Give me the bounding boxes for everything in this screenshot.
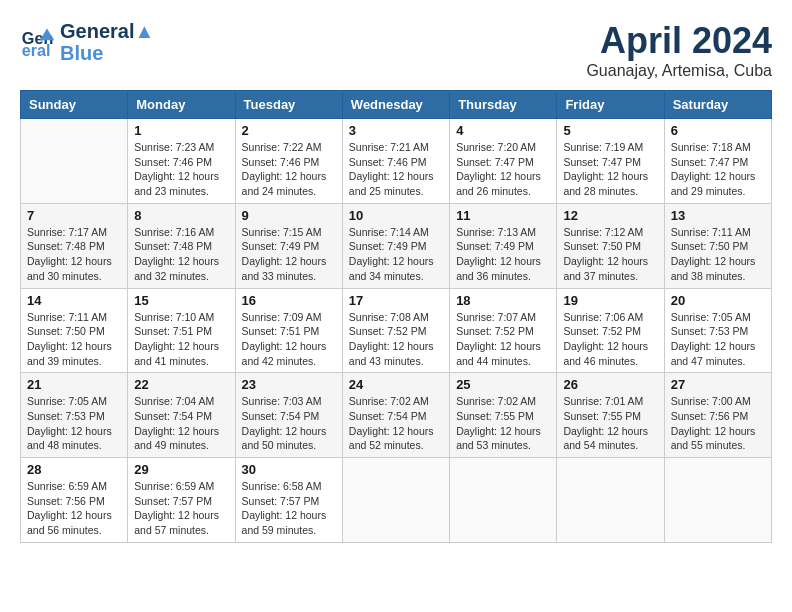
day-info: Sunrise: 6:59 AMSunset: 7:56 PMDaylight:…: [27, 479, 121, 538]
calendar-cell: 22Sunrise: 7:04 AMSunset: 7:54 PMDayligh…: [128, 373, 235, 458]
month-title: April 2024: [586, 20, 772, 62]
calendar-cell: 6Sunrise: 7:18 AMSunset: 7:47 PMDaylight…: [664, 119, 771, 204]
calendar-cell: [21, 119, 128, 204]
day-number: 24: [349, 377, 443, 392]
day-info: Sunrise: 7:04 AMSunset: 7:54 PMDaylight:…: [134, 394, 228, 453]
calendar-table: SundayMondayTuesdayWednesdayThursdayFrid…: [20, 90, 772, 543]
day-number: 30: [242, 462, 336, 477]
logo: Gen eral General▲ Blue: [20, 20, 154, 64]
calendar-cell: 24Sunrise: 7:02 AMSunset: 7:54 PMDayligh…: [342, 373, 449, 458]
calendar-cell: 18Sunrise: 7:07 AMSunset: 7:52 PMDayligh…: [450, 288, 557, 373]
day-number: 16: [242, 293, 336, 308]
day-info: Sunrise: 7:11 AMSunset: 7:50 PMDaylight:…: [27, 310, 121, 369]
subtitle: Guanajay, Artemisa, Cuba: [586, 62, 772, 80]
weekday-header-thursday: Thursday: [450, 91, 557, 119]
calendar-cell: 1Sunrise: 7:23 AMSunset: 7:46 PMDaylight…: [128, 119, 235, 204]
calendar-cell: 9Sunrise: 7:15 AMSunset: 7:49 PMDaylight…: [235, 203, 342, 288]
calendar-cell: 3Sunrise: 7:21 AMSunset: 7:46 PMDaylight…: [342, 119, 449, 204]
day-info: Sunrise: 7:12 AMSunset: 7:50 PMDaylight:…: [563, 225, 657, 284]
day-number: 4: [456, 123, 550, 138]
calendar-cell: 30Sunrise: 6:58 AMSunset: 7:57 PMDayligh…: [235, 458, 342, 543]
calendar-cell: 8Sunrise: 7:16 AMSunset: 7:48 PMDaylight…: [128, 203, 235, 288]
day-number: 26: [563, 377, 657, 392]
calendar-cell: 23Sunrise: 7:03 AMSunset: 7:54 PMDayligh…: [235, 373, 342, 458]
calendar-cell: 21Sunrise: 7:05 AMSunset: 7:53 PMDayligh…: [21, 373, 128, 458]
day-info: Sunrise: 6:59 AMSunset: 7:57 PMDaylight:…: [134, 479, 228, 538]
week-row-3: 14Sunrise: 7:11 AMSunset: 7:50 PMDayligh…: [21, 288, 772, 373]
day-number: 13: [671, 208, 765, 223]
calendar-cell: 10Sunrise: 7:14 AMSunset: 7:49 PMDayligh…: [342, 203, 449, 288]
calendar-cell: 20Sunrise: 7:05 AMSunset: 7:53 PMDayligh…: [664, 288, 771, 373]
day-info: Sunrise: 7:10 AMSunset: 7:51 PMDaylight:…: [134, 310, 228, 369]
day-number: 5: [563, 123, 657, 138]
day-number: 27: [671, 377, 765, 392]
day-number: 10: [349, 208, 443, 223]
day-info: Sunrise: 7:05 AMSunset: 7:53 PMDaylight:…: [671, 310, 765, 369]
day-info: Sunrise: 7:17 AMSunset: 7:48 PMDaylight:…: [27, 225, 121, 284]
day-number: 8: [134, 208, 228, 223]
day-number: 9: [242, 208, 336, 223]
day-info: Sunrise: 7:06 AMSunset: 7:52 PMDaylight:…: [563, 310, 657, 369]
calendar-cell: 7Sunrise: 7:17 AMSunset: 7:48 PMDaylight…: [21, 203, 128, 288]
calendar-cell: 11Sunrise: 7:13 AMSunset: 7:49 PMDayligh…: [450, 203, 557, 288]
day-info: Sunrise: 7:22 AMSunset: 7:46 PMDaylight:…: [242, 140, 336, 199]
day-info: Sunrise: 7:18 AMSunset: 7:47 PMDaylight:…: [671, 140, 765, 199]
calendar-cell: 27Sunrise: 7:00 AMSunset: 7:56 PMDayligh…: [664, 373, 771, 458]
day-info: Sunrise: 7:15 AMSunset: 7:49 PMDaylight:…: [242, 225, 336, 284]
day-info: Sunrise: 7:23 AMSunset: 7:46 PMDaylight:…: [134, 140, 228, 199]
day-info: Sunrise: 7:02 AMSunset: 7:54 PMDaylight:…: [349, 394, 443, 453]
day-number: 7: [27, 208, 121, 223]
day-info: Sunrise: 7:03 AMSunset: 7:54 PMDaylight:…: [242, 394, 336, 453]
logo-icon: Gen eral: [20, 24, 56, 60]
day-info: Sunrise: 7:19 AMSunset: 7:47 PMDaylight:…: [563, 140, 657, 199]
calendar-cell: 14Sunrise: 7:11 AMSunset: 7:50 PMDayligh…: [21, 288, 128, 373]
day-number: 14: [27, 293, 121, 308]
day-info: Sunrise: 7:16 AMSunset: 7:48 PMDaylight:…: [134, 225, 228, 284]
calendar-cell: [450, 458, 557, 543]
calendar-cell: [342, 458, 449, 543]
calendar-cell: 4Sunrise: 7:20 AMSunset: 7:47 PMDaylight…: [450, 119, 557, 204]
calendar-cell: 12Sunrise: 7:12 AMSunset: 7:50 PMDayligh…: [557, 203, 664, 288]
day-info: Sunrise: 7:09 AMSunset: 7:51 PMDaylight:…: [242, 310, 336, 369]
calendar-cell: 29Sunrise: 6:59 AMSunset: 7:57 PMDayligh…: [128, 458, 235, 543]
day-info: Sunrise: 7:13 AMSunset: 7:49 PMDaylight:…: [456, 225, 550, 284]
day-info: Sunrise: 7:00 AMSunset: 7:56 PMDaylight:…: [671, 394, 765, 453]
day-number: 22: [134, 377, 228, 392]
weekday-header-friday: Friday: [557, 91, 664, 119]
calendar-cell: 2Sunrise: 7:22 AMSunset: 7:46 PMDaylight…: [235, 119, 342, 204]
calendar-cell: [664, 458, 771, 543]
day-number: 2: [242, 123, 336, 138]
day-number: 18: [456, 293, 550, 308]
svg-text:eral: eral: [22, 41, 51, 59]
week-row-4: 21Sunrise: 7:05 AMSunset: 7:53 PMDayligh…: [21, 373, 772, 458]
day-number: 19: [563, 293, 657, 308]
day-info: Sunrise: 7:14 AMSunset: 7:49 PMDaylight:…: [349, 225, 443, 284]
weekday-header-sunday: Sunday: [21, 91, 128, 119]
calendar-cell: 16Sunrise: 7:09 AMSunset: 7:51 PMDayligh…: [235, 288, 342, 373]
weekday-header-wednesday: Wednesday: [342, 91, 449, 119]
calendar-cell: 19Sunrise: 7:06 AMSunset: 7:52 PMDayligh…: [557, 288, 664, 373]
day-number: 15: [134, 293, 228, 308]
calendar-cell: 25Sunrise: 7:02 AMSunset: 7:55 PMDayligh…: [450, 373, 557, 458]
day-info: Sunrise: 7:01 AMSunset: 7:55 PMDaylight:…: [563, 394, 657, 453]
day-info: Sunrise: 7:11 AMSunset: 7:50 PMDaylight:…: [671, 225, 765, 284]
header: Gen eral General▲ Blue April 2024 Guanaj…: [20, 20, 772, 80]
title-area: April 2024 Guanajay, Artemisa, Cuba: [586, 20, 772, 80]
week-row-1: 1Sunrise: 7:23 AMSunset: 7:46 PMDaylight…: [21, 119, 772, 204]
day-info: Sunrise: 7:08 AMSunset: 7:52 PMDaylight:…: [349, 310, 443, 369]
week-row-5: 28Sunrise: 6:59 AMSunset: 7:56 PMDayligh…: [21, 458, 772, 543]
day-number: 1: [134, 123, 228, 138]
day-number: 20: [671, 293, 765, 308]
calendar-cell: 5Sunrise: 7:19 AMSunset: 7:47 PMDaylight…: [557, 119, 664, 204]
day-info: Sunrise: 7:21 AMSunset: 7:46 PMDaylight:…: [349, 140, 443, 199]
day-number: 6: [671, 123, 765, 138]
day-number: 23: [242, 377, 336, 392]
day-number: 28: [27, 462, 121, 477]
week-row-2: 7Sunrise: 7:17 AMSunset: 7:48 PMDaylight…: [21, 203, 772, 288]
day-number: 3: [349, 123, 443, 138]
weekday-header-saturday: Saturday: [664, 91, 771, 119]
day-info: Sunrise: 7:05 AMSunset: 7:53 PMDaylight:…: [27, 394, 121, 453]
calendar-cell: 26Sunrise: 7:01 AMSunset: 7:55 PMDayligh…: [557, 373, 664, 458]
calendar-cell: 15Sunrise: 7:10 AMSunset: 7:51 PMDayligh…: [128, 288, 235, 373]
day-info: Sunrise: 7:20 AMSunset: 7:47 PMDaylight:…: [456, 140, 550, 199]
